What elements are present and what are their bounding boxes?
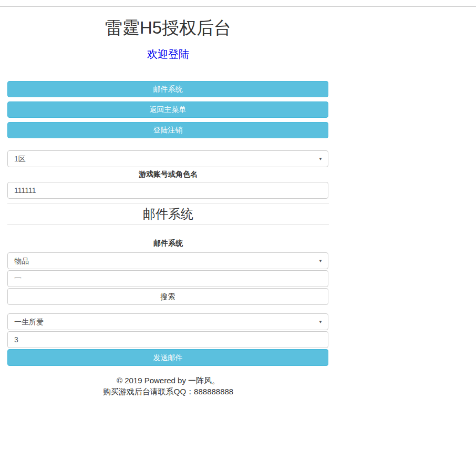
mail-section-heading: 邮件系统 [7, 207, 329, 221]
send-mail-button[interactable]: 发送邮件 [7, 349, 328, 366]
quantity-input-wrap [7, 331, 329, 348]
page-title: 雷霆H5授权后台 [0, 17, 336, 38]
account-input-wrap [7, 182, 329, 199]
footer-contact-qq: 购买游戏后台请联系QQ：888888888 [0, 386, 336, 397]
item-select[interactable]: 一生所爱 [7, 313, 328, 330]
nav-button-mail-system[interactable]: 邮件系统 [7, 81, 328, 97]
item-select-wrap: 一生所爱 ▼ [7, 313, 329, 330]
page-footer: © 2019 Powered by 一阵风。 购买游戏后台请联系QQ：88888… [0, 375, 336, 397]
category-select-wrap: 物品 ▼ [7, 252, 329, 269]
quantity-input[interactable] [7, 331, 328, 348]
footer-copyright: © 2019 Powered by 一阵风。 [0, 375, 336, 386]
server-select-wrap: 1区 ▼ [7, 150, 329, 167]
search-input-wrap [7, 270, 329, 287]
page-top-divider [0, 6, 476, 7]
mail-form-label: 邮件系统 [0, 239, 336, 248]
nav-button-main-menu[interactable]: 返回主菜单 [7, 101, 328, 118]
category-select[interactable]: 物品 [7, 252, 328, 269]
search-input[interactable] [7, 270, 328, 287]
main-container: 雷霆H5授权后台 欢迎登陆 邮件系统 返回主菜单 登陆注销 1区 ▼ 游戏账号或… [0, 17, 336, 397]
server-select[interactable]: 1区 [7, 150, 328, 167]
nav-button-logout[interactable]: 登陆注销 [7, 122, 328, 138]
mail-section-header: 邮件系统 [7, 203, 329, 224]
search-button[interactable]: 搜索 [7, 288, 328, 305]
welcome-login-link[interactable]: 欢迎登陆 [0, 47, 336, 62]
nav-button-group: 邮件系统 返回主菜单 登陆注销 [0, 81, 336, 138]
account-input[interactable] [7, 182, 328, 199]
account-label: 游戏账号或角色名 [0, 170, 336, 179]
